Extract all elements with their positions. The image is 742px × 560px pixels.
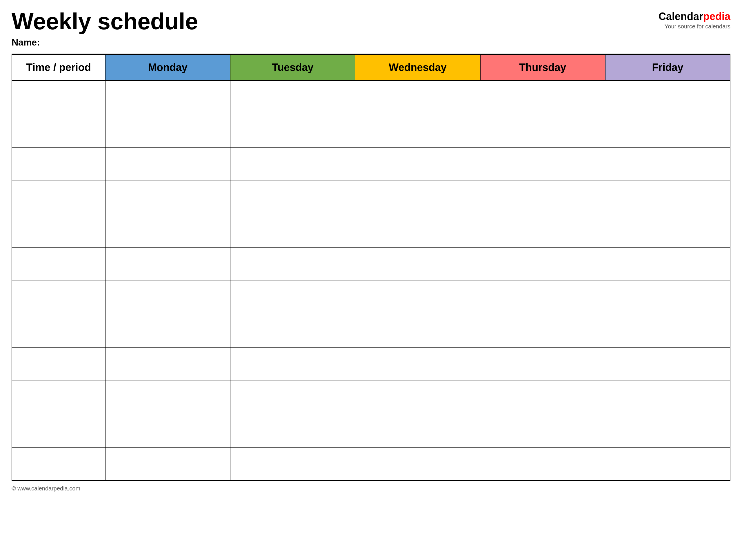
- logo-pedia-part: pedia: [703, 10, 730, 22]
- table-row: [12, 347, 730, 380]
- title-area: Weekly schedule Name:: [12, 9, 658, 48]
- table-cell[interactable]: [12, 380, 105, 414]
- table-cell[interactable]: [480, 147, 605, 181]
- table-cell[interactable]: [230, 380, 355, 414]
- table-cell[interactable]: [355, 81, 480, 114]
- table-cell[interactable]: [105, 347, 230, 380]
- col-header-monday: Monday: [105, 54, 230, 81]
- table-cell[interactable]: [355, 281, 480, 314]
- table-row: [12, 314, 730, 347]
- header-row: Time / period Monday Tuesday Wednesday T…: [12, 54, 730, 81]
- table-cell[interactable]: [605, 447, 730, 480]
- table-row: [12, 414, 730, 447]
- col-header-friday: Friday: [605, 54, 730, 81]
- table-row: [12, 214, 730, 247]
- table-cell[interactable]: [230, 147, 355, 181]
- table-cell[interactable]: [355, 414, 480, 447]
- table-row: [12, 114, 730, 147]
- table-cell[interactable]: [105, 114, 230, 147]
- table-cell[interactable]: [480, 114, 605, 147]
- table-cell[interactable]: [230, 414, 355, 447]
- table-cell[interactable]: [480, 380, 605, 414]
- table-cell[interactable]: [480, 414, 605, 447]
- header-section: Weekly schedule Name: Calendarpedia Your…: [12, 9, 730, 48]
- table-cell[interactable]: [12, 347, 105, 380]
- table-cell[interactable]: [12, 147, 105, 181]
- table-cell[interactable]: [605, 147, 730, 181]
- table-cell[interactable]: [480, 347, 605, 380]
- logo-area: Calendarpedia Your source for calendars: [658, 9, 730, 30]
- table-cell[interactable]: [230, 214, 355, 247]
- table-cell[interactable]: [480, 181, 605, 214]
- table-cell[interactable]: [105, 414, 230, 447]
- table-cell[interactable]: [355, 147, 480, 181]
- table-cell[interactable]: [605, 380, 730, 414]
- table-cell[interactable]: [105, 81, 230, 114]
- table-cell[interactable]: [230, 347, 355, 380]
- table-cell[interactable]: [605, 214, 730, 247]
- table-cell[interactable]: [355, 181, 480, 214]
- table-cell[interactable]: [355, 314, 480, 347]
- table-header: Time / period Monday Tuesday Wednesday T…: [12, 54, 730, 81]
- table-cell[interactable]: [605, 114, 730, 147]
- table-cell[interactable]: [105, 380, 230, 414]
- table-cell[interactable]: [355, 447, 480, 480]
- table-cell[interactable]: [480, 247, 605, 281]
- table-cell[interactable]: [230, 247, 355, 281]
- page-title: Weekly schedule: [12, 9, 658, 34]
- table-cell[interactable]: [105, 147, 230, 181]
- table-cell[interactable]: [12, 181, 105, 214]
- footer-url: © www.calendarpedia.com: [12, 485, 80, 492]
- table-cell[interactable]: [480, 81, 605, 114]
- table-cell[interactable]: [605, 314, 730, 347]
- table-cell[interactable]: [230, 447, 355, 480]
- table-cell[interactable]: [12, 314, 105, 347]
- table-cell[interactable]: [230, 181, 355, 214]
- table-row: [12, 181, 730, 214]
- table-cell[interactable]: [12, 281, 105, 314]
- logo-text: Calendarpedia: [658, 10, 730, 22]
- table-cell[interactable]: [12, 447, 105, 480]
- col-header-thursday: Thursday: [480, 54, 605, 81]
- table-cell[interactable]: [480, 314, 605, 347]
- table-cell[interactable]: [355, 114, 480, 147]
- table-cell[interactable]: [480, 447, 605, 480]
- table-body: [12, 81, 730, 480]
- table-cell[interactable]: [480, 214, 605, 247]
- table-cell[interactable]: [12, 414, 105, 447]
- table-cell[interactable]: [105, 247, 230, 281]
- table-cell[interactable]: [605, 247, 730, 281]
- table-cell[interactable]: [230, 281, 355, 314]
- table-cell[interactable]: [355, 214, 480, 247]
- table-cell[interactable]: [105, 314, 230, 347]
- col-header-wednesday: Wednesday: [355, 54, 480, 81]
- table-row: [12, 147, 730, 181]
- table-cell[interactable]: [605, 414, 730, 447]
- table-cell[interactable]: [355, 347, 480, 380]
- table-row: [12, 447, 730, 480]
- table-cell[interactable]: [12, 81, 105, 114]
- table-cell[interactable]: [355, 380, 480, 414]
- table-cell[interactable]: [12, 114, 105, 147]
- table-cell[interactable]: [605, 181, 730, 214]
- table-cell[interactable]: [12, 214, 105, 247]
- name-label: Name:: [12, 37, 658, 48]
- table-cell[interactable]: [605, 347, 730, 380]
- table-cell[interactable]: [230, 314, 355, 347]
- table-row: [12, 81, 730, 114]
- table-cell[interactable]: [105, 281, 230, 314]
- table-row: [12, 281, 730, 314]
- table-cell[interactable]: [230, 81, 355, 114]
- table-cell[interactable]: [105, 447, 230, 480]
- schedule-table: Time / period Monday Tuesday Wednesday T…: [12, 54, 730, 481]
- col-header-time: Time / period: [12, 54, 105, 81]
- table-cell[interactable]: [230, 114, 355, 147]
- table-cell[interactable]: [105, 214, 230, 247]
- table-cell[interactable]: [605, 81, 730, 114]
- logo-calendar-part: Calendar: [658, 10, 703, 22]
- table-cell[interactable]: [605, 281, 730, 314]
- table-cell[interactable]: [105, 181, 230, 214]
- table-cell[interactable]: [480, 281, 605, 314]
- table-cell[interactable]: [355, 247, 480, 281]
- table-cell[interactable]: [12, 247, 105, 281]
